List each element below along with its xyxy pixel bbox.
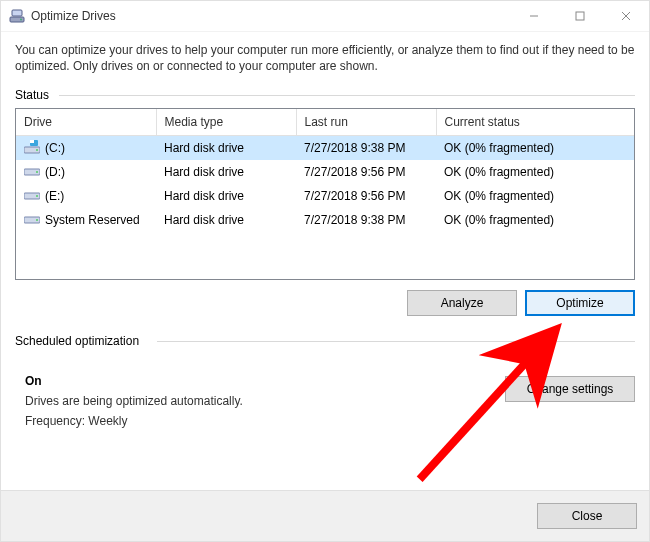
svg-point-1 [20, 19, 22, 21]
svg-rect-10 [30, 140, 34, 143]
scheduled-section-label: Scheduled optimization [15, 334, 635, 348]
window-title: Optimize Drives [31, 9, 116, 23]
app-icon [9, 8, 25, 24]
close-window-button[interactable] [603, 1, 649, 31]
svg-rect-4 [576, 12, 584, 20]
table-row[interactable]: (E:) Hard disk drive 7/27/2018 9:56 PM O… [16, 184, 634, 208]
col-lastrun[interactable]: Last run [296, 109, 436, 136]
table-row[interactable]: System Reserved Hard disk drive 7/27/201… [16, 208, 634, 232]
title-bar: Optimize Drives [1, 1, 649, 32]
col-media[interactable]: Media type [156, 109, 296, 136]
minimize-button[interactable] [511, 1, 557, 31]
drive-icon [24, 164, 40, 181]
col-drive[interactable]: Drive [16, 109, 156, 136]
svg-rect-2 [12, 10, 22, 16]
table-header-row: Drive Media type Last run Current status [16, 109, 634, 136]
footer: Close [1, 490, 649, 541]
svg-point-16 [36, 219, 38, 221]
optimize-drives-window: Optimize Drives You can optimize your dr… [0, 0, 650, 542]
schedule-state: On [25, 374, 493, 388]
change-settings-button[interactable]: Change settings [505, 376, 635, 402]
close-button[interactable]: Close [537, 503, 637, 529]
intro-text: You can optimize your drives to help you… [15, 42, 635, 74]
drive-c-icon [24, 140, 40, 157]
svg-point-12 [36, 171, 38, 173]
status-section-label: Status [15, 88, 635, 102]
drive-icon [24, 212, 40, 229]
drive-icon [24, 188, 40, 205]
maximize-button[interactable] [557, 1, 603, 31]
table-row[interactable]: (C:) Hard disk drive 7/27/2018 9:38 PM O… [16, 136, 634, 161]
optimize-button[interactable]: Optimize [525, 290, 635, 316]
svg-point-8 [36, 149, 38, 151]
col-status[interactable]: Current status [436, 109, 634, 136]
table-row[interactable]: (D:) Hard disk drive 7/27/2018 9:56 PM O… [16, 160, 634, 184]
svg-point-14 [36, 195, 38, 197]
schedule-freq: Frequency: Weekly [25, 414, 493, 428]
drives-table: Drive Media type Last run Current status [15, 108, 635, 280]
schedule-desc: Drives are being optimized automatically… [25, 394, 493, 408]
analyze-button[interactable]: Analyze [407, 290, 517, 316]
